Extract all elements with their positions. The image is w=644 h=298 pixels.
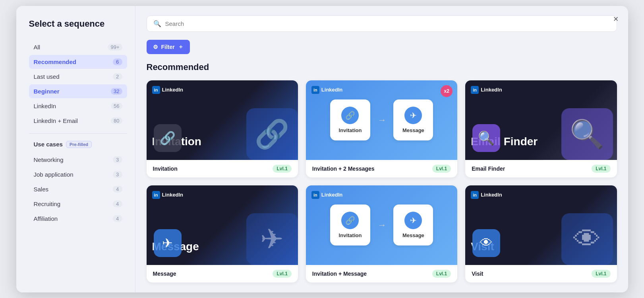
- card-name-emailfinder: Email Finder: [472, 166, 505, 172]
- level-badge-invitation: Lvl.1: [273, 165, 291, 173]
- filter-icon: ⚙: [153, 44, 158, 50]
- card-footer-inv2msg: Invitation + 2 Messages Lvl.1: [306, 160, 457, 177]
- sidebar-item-recommended[interactable]: Recommended 6: [29, 55, 127, 69]
- message-large-icon: ✈: [246, 213, 298, 265]
- card-name-invitation: Invitation: [153, 166, 178, 172]
- card-image-inv2msg: in LinkedIn x2 🔗 Invitation → ✈ Message: [306, 80, 457, 160]
- flow-arrow: →: [377, 115, 386, 125]
- card-image-invitation: in LinkedIn Invitation 🔗 🔗: [147, 80, 298, 160]
- card-name-visit: Visit: [472, 271, 483, 277]
- search-icon: 🔍: [153, 20, 161, 27]
- eye-large-icon: 👁: [561, 213, 613, 265]
- card-invitation-message[interactable]: in LinkedIn 🔗 Invitation → ✈ Message: [306, 185, 457, 282]
- plus-icon: ＋: [178, 43, 184, 51]
- card-image-invmsg: in LinkedIn 🔗 Invitation → ✈ Message: [306, 185, 457, 265]
- level-badge-message: Lvl.1: [273, 270, 291, 278]
- search-bar: 🔍: [147, 16, 617, 32]
- linkedin-icon: in: [152, 86, 160, 94]
- level-badge-emailfinder: Lvl.1: [592, 165, 610, 173]
- linkedin-icon-4: in: [152, 191, 160, 199]
- flow-step-icon-msg2: ✈: [404, 212, 422, 229]
- card-image-message: in LinkedIn Message ✈ ✈: [147, 185, 298, 265]
- sidebar: Select a sequence All 99+ Recommended 6 …: [16, 6, 135, 292]
- flow-arrow-2: →: [377, 220, 386, 230]
- main-content: 🔍 ⚙ Filter ＋ Recommended in LinkedIn Inv…: [135, 6, 628, 292]
- card-footer-message: Message Lvl.1: [147, 265, 298, 282]
- sidebar-item-linkedin[interactable]: LinkedIn 56: [29, 99, 127, 113]
- linkedin-icon-3: in: [471, 86, 479, 94]
- card-name-inv2msg: Invitation + 2 Messages: [312, 166, 375, 172]
- linkedin-badge: in LinkedIn: [152, 86, 183, 94]
- linkedin-badge-6: in LinkedIn: [471, 191, 502, 199]
- flow-step-invitation: 🔗 Invitation: [330, 99, 371, 140]
- linkedin-badge-4: in LinkedIn: [152, 191, 183, 199]
- flow-step-message: ✈ Message: [393, 99, 433, 140]
- level-badge-inv2msg: Lvl.1: [432, 165, 451, 173]
- sidebar-item-all[interactable]: All 99+: [29, 40, 127, 54]
- flow-step-inv2: 🔗 Invitation: [330, 205, 371, 245]
- card-footer-invmsg: Invitation + Message Lvl.1: [306, 265, 457, 282]
- link-large-icon: 🔗: [246, 108, 298, 160]
- card-name-message: Message: [153, 271, 176, 277]
- filter-label: Filter: [161, 44, 175, 50]
- sidebar-item-affiliation[interactable]: Affiliation 4: [29, 212, 127, 226]
- divider: [29, 133, 127, 134]
- level-badge-invmsg: Lvl.1: [432, 270, 451, 278]
- link-icon-box: 🔗: [154, 124, 182, 152]
- eye-icon-box: 👁: [472, 229, 500, 257]
- card-footer-emailfinder: Email Finder Lvl.1: [465, 160, 617, 177]
- flow-step-msg2: ✈ Message: [393, 205, 433, 245]
- search-circle-icon: 🔍: [472, 124, 500, 152]
- flow-step-label-msg2: Message: [402, 232, 424, 238]
- sidebar-item-recruiting[interactable]: Recruiting 4: [29, 197, 127, 211]
- modal-title: Select a sequence: [29, 19, 127, 29]
- flow-step-icon-inv2: 🔗: [341, 212, 359, 229]
- card-email-finder[interactable]: in LinkedIn Email Finder 🔍 🔍 Email Finde…: [465, 80, 617, 177]
- flow-step-label-invitation: Invitation: [339, 127, 362, 133]
- linkedin-icon-5: in: [311, 191, 319, 199]
- sidebar-item-beginner[interactable]: Beginner 32: [29, 84, 127, 98]
- card-invitation-2-messages[interactable]: in LinkedIn x2 🔗 Invitation → ✈ Message: [306, 80, 457, 177]
- linkedin-badge-2: in LinkedIn: [311, 86, 342, 94]
- cards-grid: in LinkedIn Invitation 🔗 🔗 Invitation Lv…: [147, 80, 617, 282]
- search-input[interactable]: [165, 20, 610, 27]
- linkedin-badge-5: in LinkedIn: [311, 191, 342, 199]
- linkedin-icon-6: in: [471, 191, 479, 199]
- close-button[interactable]: ×: [613, 14, 619, 24]
- flow-step-icon-message: ✈: [404, 107, 422, 124]
- card-visit[interactable]: in LinkedIn Visit 👁 👁 Visit Lvl.1: [465, 185, 617, 282]
- card-image-visit: in LinkedIn Visit 👁 👁: [465, 185, 617, 265]
- flow-step-icon-invitation: 🔗: [341, 107, 359, 124]
- sidebar-item-networking[interactable]: Networking 3: [29, 153, 127, 167]
- card-message[interactable]: in LinkedIn Message ✈ ✈ Message Lvl.1: [147, 185, 298, 282]
- filter-button[interactable]: ⚙ Filter ＋: [147, 40, 190, 54]
- section-title: Recommended: [147, 62, 617, 72]
- search-large-icon: 🔍: [561, 108, 613, 160]
- select-sequence-modal: × Select a sequence All 99+ Recommended …: [16, 6, 628, 292]
- card-image-emailfinder: in LinkedIn Email Finder 🔍 🔍: [465, 80, 617, 160]
- card-footer-visit: Visit Lvl.1: [465, 265, 617, 282]
- sidebar-item-last-used[interactable]: Last used 2: [29, 70, 127, 84]
- linkedin-badge-3: in LinkedIn: [471, 86, 502, 94]
- x2-badge: x2: [441, 85, 453, 97]
- card-footer-invitation: Invitation Lvl.1: [147, 160, 298, 177]
- message-icon-box: ✈: [154, 229, 182, 257]
- sidebar-item-linkedin-email[interactable]: LinkedIn + Email 80: [29, 114, 127, 128]
- flow-step-label-inv2: Invitation: [339, 232, 362, 238]
- level-badge-visit: Lvl.1: [592, 270, 610, 278]
- use-cases-header: Use cases Pre-filled: [29, 139, 127, 150]
- card-invitation[interactable]: in LinkedIn Invitation 🔗 🔗 Invitation Lv…: [147, 80, 298, 177]
- sidebar-item-sales[interactable]: Sales 4: [29, 182, 127, 196]
- card-name-invmsg: Invitation + Message: [312, 271, 367, 277]
- linkedin-icon-2: in: [311, 86, 319, 94]
- sidebar-item-job-application[interactable]: Job application 3: [29, 168, 127, 181]
- flow-step-label-message: Message: [402, 127, 424, 133]
